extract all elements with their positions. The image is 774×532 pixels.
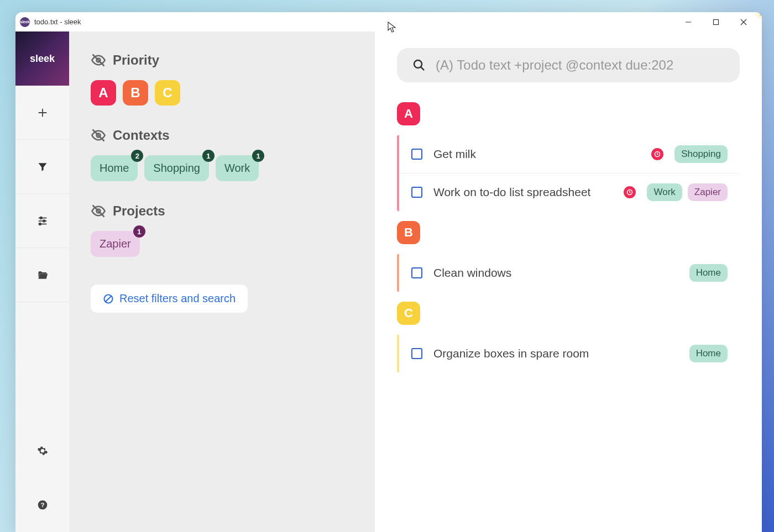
task-tag[interactable]: Home (689, 264, 728, 282)
task-tag[interactable]: Shopping (674, 145, 728, 163)
context-count-badge: 1 (252, 150, 264, 162)
svg-rect-1 (714, 19, 719, 24)
context-count-badge: 1 (202, 150, 215, 162)
task-text: Get milk (433, 148, 640, 161)
search-icon (412, 58, 426, 72)
main-panel: AGet milkShoppingWork on to-do list spre… (375, 31, 762, 532)
context-chip[interactable]: Home2 (91, 155, 138, 181)
clock-icon (624, 186, 636, 198)
project-count-badge: 1 (133, 225, 145, 238)
task-list: Clean windowsHome (397, 254, 740, 292)
task-tags: Home (689, 345, 728, 362)
open-file-button[interactable] (15, 248, 69, 302)
reset-label: Reset filters and search (119, 292, 236, 305)
task-list: Get milkShoppingWork on to-do list sprea… (397, 135, 740, 211)
priority-chip-c[interactable]: C1 (155, 80, 180, 106)
task-row[interactable]: Get milkShopping (399, 135, 740, 173)
svg-line-23 (421, 67, 424, 70)
task-tag[interactable]: Zapier (688, 183, 728, 201)
svg-point-11 (39, 223, 41, 225)
app-window: sleek todo.txt - sleek sleek (15, 12, 762, 532)
projects-filter-section: Projects Zapier1 (91, 203, 354, 257)
titlebar: sleek todo.txt - sleek (15, 12, 762, 31)
search-input[interactable] (436, 57, 724, 73)
logo: sleek (15, 31, 69, 86)
task-tag[interactable]: Work (647, 183, 682, 201)
priority-group-header: B (397, 221, 420, 244)
priority-filter-section: Priority A2B1C1 (91, 52, 354, 106)
svg-point-9 (43, 220, 45, 222)
filters-panel: Priority A2B1C1 Contexts Home2Shopping1W… (70, 31, 375, 532)
task-tags: Home (689, 264, 728, 282)
priority-group-header: C (397, 302, 420, 325)
view-nav-button[interactable] (15, 194, 69, 248)
funnel-icon (37, 161, 48, 172)
add-task-button[interactable] (15, 86, 69, 140)
task-text: Organize boxes in spare room (433, 347, 678, 360)
task-checkbox[interactable] (411, 149, 422, 160)
window-title: todo.txt - sleek (34, 18, 81, 26)
plus-icon (36, 107, 49, 119)
svg-point-7 (40, 217, 42, 219)
sliders-icon (36, 215, 49, 227)
svg-line-21 (105, 296, 112, 302)
task-tags: WorkZapier (647, 183, 728, 201)
task-row[interactable]: Organize boxes in spare roomHome (399, 335, 740, 372)
folder-open-icon (36, 270, 49, 281)
task-checkbox[interactable] (411, 267, 422, 278)
app-icon: sleek (20, 17, 30, 27)
close-button[interactable] (730, 12, 757, 31)
clock-icon (651, 148, 663, 160)
reset-filters-button[interactable]: Reset filters and search (91, 285, 248, 313)
help-button[interactable]: ? (15, 478, 69, 532)
minimize-button[interactable] (674, 12, 702, 31)
task-row[interactable]: Clean windowsHome (399, 254, 740, 292)
task-list: Organize boxes in spare roomHome (397, 335, 740, 372)
filter-nav-button[interactable] (15, 140, 69, 194)
contexts-filter-section: Contexts Home2Shopping1Work1 (91, 128, 354, 181)
sidebar: sleek ? (15, 31, 70, 532)
help-icon: ? (37, 499, 48, 510)
eye-off-icon[interactable] (91, 203, 106, 219)
task-checkbox[interactable] (411, 187, 422, 198)
task-tag[interactable]: Home (689, 345, 728, 362)
contexts-label: Contexts (113, 128, 170, 143)
task-text: Clean windows (433, 266, 678, 280)
maximize-button[interactable] (702, 12, 730, 31)
task-checkbox[interactable] (411, 348, 422, 359)
context-chip[interactable]: Work1 (216, 155, 259, 181)
svg-point-22 (414, 60, 422, 68)
context-count-badge: 2 (131, 150, 143, 162)
eye-off-icon[interactable] (91, 52, 106, 68)
priority-label: Priority (113, 52, 159, 68)
priority-group-header: A (397, 102, 420, 125)
task-row[interactable]: Work on to-do list spreadsheetWorkZapier (399, 173, 740, 211)
task-text: Work on to-do list spreadsheet (433, 186, 613, 199)
project-chip[interactable]: Zapier1 (91, 231, 140, 257)
svg-text:?: ? (40, 501, 44, 508)
context-chip[interactable]: Shopping1 (144, 155, 209, 181)
ban-icon (103, 293, 114, 304)
eye-off-icon[interactable] (91, 128, 106, 143)
search-bar[interactable] (397, 48, 740, 82)
priority-chip-b[interactable]: B1 (123, 80, 148, 106)
task-tags: Shopping (674, 145, 728, 163)
gear-icon (37, 445, 48, 456)
settings-button[interactable] (15, 424, 69, 478)
projects-label: Projects (113, 203, 165, 219)
priority-chip-a[interactable]: A2 (91, 80, 116, 106)
